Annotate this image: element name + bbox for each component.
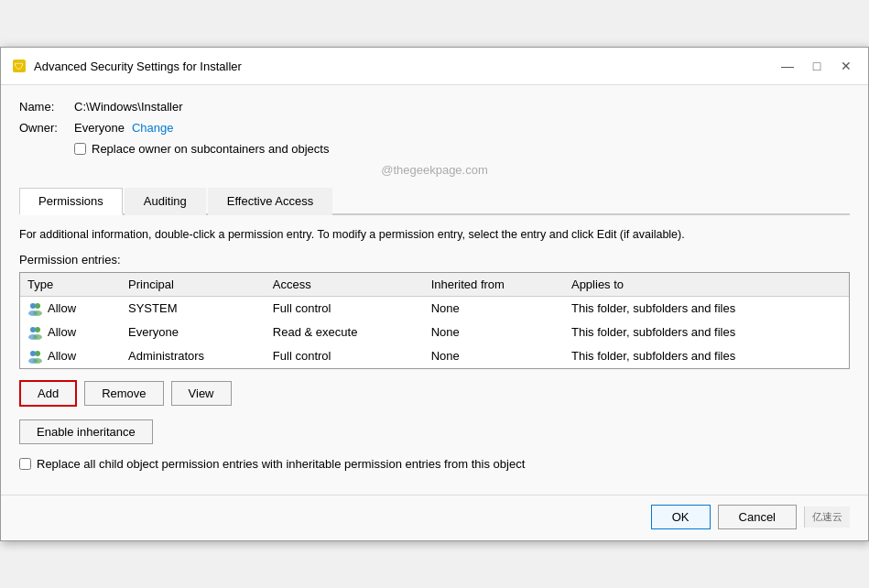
enable-inheritance-button[interactable]: Enable inheritance — [19, 419, 153, 444]
table-row[interactable]: Allow AdministratorsFull controlNoneThis… — [20, 344, 849, 368]
user-group-icon — [27, 300, 44, 317]
tab-effective-access[interactable]: Effective Access — [208, 188, 332, 215]
content-area: Name: C:\Windows\Installer Owner: Everyo… — [1, 85, 868, 495]
cell-principal: SYSTEM — [121, 296, 266, 321]
description-text: For additional information, double-click… — [19, 226, 850, 244]
owner-row: Owner: Everyone Change — [19, 121, 850, 135]
cell-applies: This folder, subfolders and files — [564, 296, 849, 321]
footer: OK Cancel 亿速云 — [1, 495, 868, 540]
col-inherited: Inherited from — [424, 273, 564, 297]
change-link[interactable]: Change — [132, 121, 174, 135]
replace-owner-label: Replace owner on subcontainers and objec… — [92, 142, 329, 156]
table-body: Allow SYSTEMFull controlNoneThis folder,… — [20, 296, 849, 368]
window-icon: 🛡 — [12, 59, 27, 73]
window-title: Advanced Security Settings for Installer — [34, 60, 242, 73]
replace-child-row: Replace all child object permission entr… — [19, 457, 850, 471]
corner-badge: 亿速云 — [804, 506, 850, 528]
enable-inheritance-wrapper: Enable inheritance — [19, 419, 850, 457]
cell-principal: Administrators — [121, 344, 266, 368]
col-applies: Applies to — [564, 273, 849, 297]
svg-point-3 — [35, 303, 40, 309]
cell-access: Full control — [266, 344, 424, 368]
remove-button[interactable]: Remove — [84, 381, 163, 406]
svg-point-13 — [33, 358, 42, 364]
name-row: Name: C:\Windows\Installer — [19, 100, 850, 114]
cell-applies: This folder, subfolders and files — [564, 321, 849, 344]
add-button[interactable]: Add — [19, 380, 77, 407]
title-bar: 🛡 Advanced Security Settings for Install… — [1, 48, 868, 85]
cell-applies: This folder, subfolders and files — [564, 344, 849, 368]
owner-label: Owner: — [19, 121, 74, 135]
replace-owner-checkbox[interactable] — [74, 143, 86, 155]
watermark: @thegeekpage.com — [19, 163, 850, 177]
col-access: Access — [266, 273, 424, 297]
user-group-icon — [27, 348, 44, 365]
cell-type: Allow — [20, 321, 121, 344]
cell-principal: Everyone — [121, 321, 266, 344]
cell-access: Read & execute — [266, 321, 424, 344]
permission-table: Type Principal Access Inherited from App… — [20, 273, 849, 368]
cell-inherited: None — [424, 321, 564, 344]
svg-text:🛡: 🛡 — [15, 61, 24, 71]
cell-type: Allow — [20, 296, 121, 321]
table-row[interactable]: Allow SYSTEMFull controlNoneThis folder,… — [20, 296, 849, 321]
table-row[interactable]: Allow EveryoneRead & executeNoneThis fol… — [20, 321, 849, 344]
maximize-button[interactable]: □ — [806, 55, 828, 77]
svg-point-11 — [35, 351, 40, 356]
replace-child-label: Replace all child object permission entr… — [37, 457, 525, 471]
main-window: 🛡 Advanced Security Settings for Install… — [0, 47, 869, 541]
user-group-icon — [27, 324, 44, 341]
replace-child-checkbox[interactable] — [19, 458, 31, 470]
tab-auditing[interactable]: Auditing — [125, 188, 206, 215]
name-value: C:\Windows\Installer — [74, 100, 182, 114]
view-button[interactable]: View — [171, 381, 232, 406]
name-label: Name: — [19, 100, 74, 114]
ok-button[interactable]: OK — [651, 505, 711, 529]
col-principal: Principal — [121, 273, 266, 297]
permission-table-wrapper: Type Principal Access Inherited from App… — [19, 272, 850, 369]
cancel-button[interactable]: Cancel — [718, 505, 797, 529]
cell-access: Full control — [266, 296, 424, 321]
title-bar-left: 🛡 Advanced Security Settings for Install… — [12, 59, 242, 73]
section-label: Permission entries: — [19, 253, 850, 267]
close-button[interactable]: ✕ — [835, 55, 857, 77]
cell-type: Allow — [20, 344, 121, 368]
owner-value: Everyone — [74, 121, 125, 135]
svg-point-5 — [33, 310, 42, 316]
replace-owner-row: Replace owner on subcontainers and objec… — [74, 142, 850, 156]
col-type: Type — [20, 273, 121, 297]
minimize-button[interactable]: — — [777, 55, 798, 77]
svg-point-9 — [33, 334, 42, 340]
tab-permissions[interactable]: Permissions — [19, 188, 123, 215]
cell-inherited: None — [424, 296, 564, 321]
table-header: Type Principal Access Inherited from App… — [20, 273, 849, 297]
tabs-container: Permissions Auditing Effective Access — [19, 186, 850, 215]
svg-point-7 — [35, 327, 40, 332]
action-buttons-row: Add Remove View — [19, 380, 850, 407]
cell-inherited: None — [424, 344, 564, 368]
title-controls: — □ ✕ — [777, 55, 857, 77]
